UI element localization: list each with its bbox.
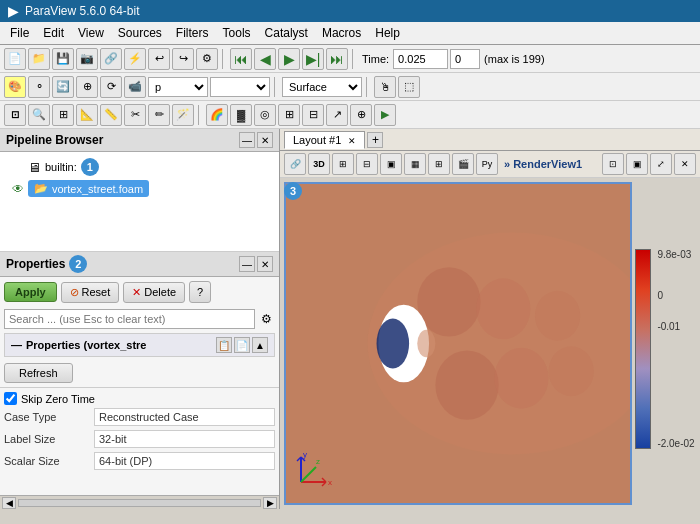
pipeline-close-btn[interactable]: ✕	[257, 132, 273, 148]
orient-v-btn[interactable]: ⊟	[356, 153, 378, 175]
active-pipeline-item[interactable]: 📂 vortex_street.foam	[28, 180, 149, 197]
scroll-right-btn[interactable]: ▶	[263, 497, 277, 509]
section-scroll-up[interactable]: ▲	[252, 337, 268, 353]
viewport-canvas[interactable]: x y z	[284, 182, 632, 505]
menu-tools[interactable]: Tools	[217, 24, 257, 42]
scroll-left-btn[interactable]: ◀	[2, 497, 16, 509]
field-select[interactable]: p	[148, 77, 208, 97]
layout-maximize-btn[interactable]: ⊡	[602, 153, 624, 175]
open-btn[interactable]: 📁	[28, 48, 50, 70]
gear-icon[interactable]: ⚙	[257, 310, 275, 328]
split-h-btn[interactable]: ▣	[380, 153, 402, 175]
viewport-area[interactable]: x y z	[280, 178, 700, 509]
menu-edit[interactable]: Edit	[37, 24, 70, 42]
next-frame-btn[interactable]: ▶|	[302, 48, 324, 70]
orient-axes-btn[interactable]: ↗	[326, 104, 348, 126]
annotate-btn[interactable]: ✏	[148, 104, 170, 126]
legend-container: 9.8e-03 0 -0.01 -2.0e-02	[635, 249, 696, 449]
axis-btn[interactable]: ⊕	[76, 76, 98, 98]
settings-btn[interactable]: ⚙	[196, 48, 218, 70]
menu-help[interactable]: Help	[369, 24, 406, 42]
zoom-box-btn[interactable]: 🔍	[28, 104, 50, 126]
properties-toggle-btn[interactable]: —	[239, 256, 255, 272]
play-btn[interactable]: ▶	[278, 48, 300, 70]
layout-tile-btn[interactable]: ▣	[626, 153, 648, 175]
pvpython-btn[interactable]: Py	[476, 153, 498, 175]
connect-btn[interactable]: 🔗	[100, 48, 122, 70]
disconnect-btn[interactable]: ⚡	[124, 48, 146, 70]
last-frame-btn[interactable]: ⏭	[326, 48, 348, 70]
new-btn[interactable]: 📄	[4, 48, 26, 70]
tab-close-icon[interactable]: ✕	[348, 136, 356, 146]
menu-file[interactable]: File	[4, 24, 35, 42]
point-btn[interactable]: ⚬	[28, 76, 50, 98]
scalar-bar-btn[interactable]: ▓	[230, 104, 252, 126]
reset-button[interactable]: ⊘ Reset	[61, 282, 120, 303]
scrollbar-track[interactable]	[18, 499, 261, 507]
menu-sources[interactable]: Sources	[112, 24, 168, 42]
equal-scale-btn[interactable]: ⊟	[302, 104, 324, 126]
legend-max: 9.8e-03	[657, 249, 694, 260]
reset-view-btn[interactable]: ⟳	[100, 76, 122, 98]
section-paste-btn[interactable]: 📄	[234, 337, 250, 353]
opacity-btn[interactable]: ◎	[254, 104, 276, 126]
properties-close-btn[interactable]: ✕	[257, 256, 273, 272]
first-frame-btn[interactable]: ⏮	[230, 48, 252, 70]
expand-btn[interactable]: ⊞	[428, 153, 450, 175]
show-all-btn[interactable]: ⊞	[52, 104, 74, 126]
select-btn[interactable]: ⬚	[398, 76, 420, 98]
skip-zero-time-checkbox[interactable]	[4, 392, 17, 405]
search-input[interactable]	[4, 309, 255, 329]
layout-close-btn[interactable]: ✕	[674, 153, 696, 175]
color-btn[interactable]: 🎨	[4, 76, 26, 98]
case-type-value[interactable]	[94, 408, 275, 426]
layout-tab[interactable]: Layout #1 ✕	[284, 131, 365, 149]
save-btn[interactable]: 💾	[52, 48, 74, 70]
save-screenshot-btn[interactable]: 📷	[76, 48, 98, 70]
orient-btn[interactable]: 🔄	[52, 76, 74, 98]
orient-h-btn[interactable]: ⊞	[332, 153, 354, 175]
wand-btn[interactable]: 🪄	[172, 104, 194, 126]
scalar-size-value[interactable]	[94, 452, 275, 470]
reset-camera-btn[interactable]: ⊡	[4, 104, 26, 126]
toggle-scalar-btn[interactable]: ⊞	[278, 104, 300, 126]
refresh-button[interactable]: Refresh	[4, 363, 73, 383]
link-views-btn[interactable]: 🔗	[284, 153, 306, 175]
interact-btn[interactable]: 🖱	[374, 76, 396, 98]
camera-btn[interactable]: 📹	[124, 76, 146, 98]
representation-select[interactable]: Surface	[282, 77, 362, 97]
menu-view[interactable]: View	[72, 24, 110, 42]
component-select[interactable]	[210, 77, 270, 97]
ruler-btn[interactable]: 📏	[100, 104, 122, 126]
props-scroll-area[interactable]: Skip Zero Time Case Type Label Size Scal…	[0, 388, 279, 495]
pipeline-browser-label: Pipeline Browser	[6, 133, 103, 147]
delete-button[interactable]: ✕ Delete	[123, 282, 185, 303]
label-size-value[interactable]	[94, 430, 275, 448]
section-copy-btn[interactable]: 📋	[216, 337, 232, 353]
split-v-btn[interactable]: ▦	[404, 153, 426, 175]
colormap-btn[interactable]: 🌈	[206, 104, 228, 126]
pipeline-toggle-btn[interactable]: —	[239, 132, 255, 148]
section-collapse-icon[interactable]: —	[11, 339, 22, 351]
menu-filters[interactable]: Filters	[170, 24, 215, 42]
save-anim-btn[interactable]: 🎬	[452, 153, 474, 175]
3d-btn[interactable]: 3D	[308, 153, 330, 175]
apply-button[interactable]: Apply	[4, 282, 57, 302]
h-scrollbar[interactable]: ◀ ▶	[0, 495, 279, 509]
time-input[interactable]	[393, 49, 448, 69]
frame-input[interactable]	[450, 49, 480, 69]
center-btn[interactable]: ⊕	[350, 104, 372, 126]
macro-btn[interactable]: ▶	[374, 104, 396, 126]
render-view-label[interactable]: » RenderView1	[504, 158, 582, 170]
clip-btn[interactable]: ✂	[124, 104, 146, 126]
visibility-icon[interactable]: 👁	[12, 182, 24, 196]
menu-catalyst[interactable]: Catalyst	[259, 24, 314, 42]
redo-btn[interactable]: ↪	[172, 48, 194, 70]
undo-btn[interactable]: ↩	[148, 48, 170, 70]
help-button[interactable]: ?	[189, 281, 211, 303]
snap-btn[interactable]: 📐	[76, 104, 98, 126]
layout-fullscreen-btn[interactable]: ⤢	[650, 153, 672, 175]
add-tab-btn[interactable]: +	[367, 132, 383, 148]
prev-frame-btn[interactable]: ◀	[254, 48, 276, 70]
menu-macros[interactable]: Macros	[316, 24, 367, 42]
